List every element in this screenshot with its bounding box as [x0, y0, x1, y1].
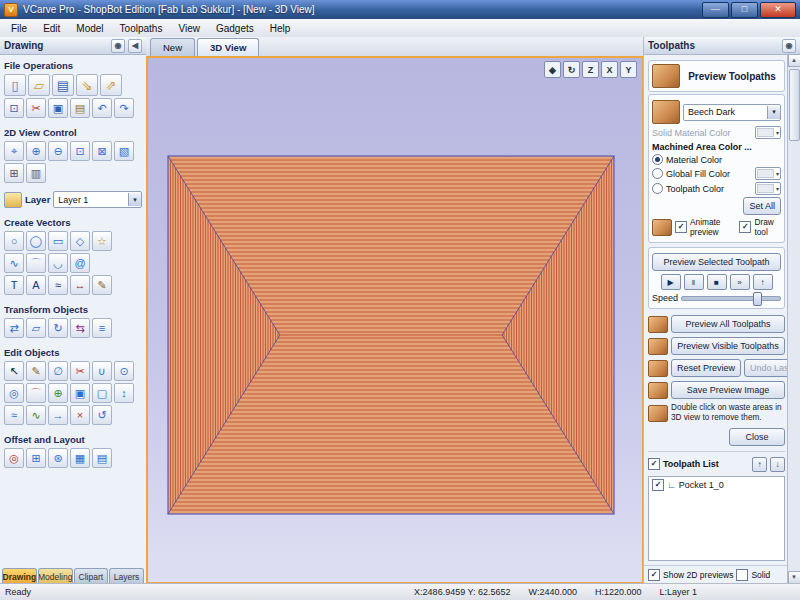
ungroup-icon[interactable]: ▢	[92, 383, 112, 403]
reset-preview-button[interactable]: Reset Preview	[671, 359, 741, 377]
menu-item[interactable]: Help	[262, 21, 299, 36]
draw-polygon-icon[interactable]: ◇	[70, 231, 90, 251]
layer-select[interactable]: Layer 1 ▾	[53, 191, 142, 208]
import-vectors-icon[interactable]: ⇘	[76, 74, 98, 96]
layout-icon[interactable]: ▤	[92, 448, 112, 468]
show-2d-previews-checkbox[interactable]: ✓	[648, 569, 660, 581]
group-icon[interactable]: ▣	[70, 383, 90, 403]
move-toolpath-up-button[interactable]: ↑	[752, 457, 767, 472]
tab-new[interactable]: New	[150, 38, 195, 56]
fit-curve-icon[interactable]: ≈	[4, 405, 24, 425]
chevron-down-icon[interactable]: ▾	[128, 193, 141, 206]
close-button[interactable]: ✕	[760, 2, 796, 18]
extend-icon[interactable]: →	[48, 405, 68, 425]
new-file-icon[interactable]: ▯	[4, 74, 26, 96]
draw-polyline-icon[interactable]: ∿	[4, 253, 24, 273]
global-fill-color-swatch[interactable]: ▾	[755, 167, 781, 180]
toolpath-visible-checkbox[interactable]: ✓	[652, 479, 664, 491]
circular-array-icon[interactable]: ⊛	[48, 448, 68, 468]
set-size-icon[interactable]: ▱	[26, 318, 46, 338]
snap-icon[interactable]: ⊙	[114, 361, 134, 381]
break-icon[interactable]: ×	[70, 405, 90, 425]
speed-slider-thumb[interactable]	[753, 292, 762, 306]
grid-icon[interactable]: ⊞	[4, 163, 24, 183]
pin-icon[interactable]: ◉	[111, 39, 125, 53]
minimize-button[interactable]: —	[702, 2, 729, 18]
x-axis-view-icon[interactable]: X	[601, 61, 618, 78]
material-select[interactable]: Beech Dark ▾	[683, 104, 781, 121]
pan-icon[interactable]: ⌖	[4, 141, 24, 161]
mirror-icon[interactable]: ⇆	[70, 318, 90, 338]
pin-icon[interactable]: ◉	[782, 39, 796, 53]
redo-icon[interactable]: ↷	[114, 98, 134, 118]
draw-tool-checkbox[interactable]: ✓	[739, 221, 751, 233]
collapse-panel-icon[interactable]: ◀	[128, 39, 142, 53]
menu-item[interactable]: View	[170, 21, 208, 36]
text-on-curve-icon[interactable]: ≈	[48, 275, 68, 295]
menu-item[interactable]: Gadgets	[208, 21, 262, 36]
menu-item[interactable]: Toolpaths	[112, 21, 171, 36]
zoom-window-icon[interactable]: ⊡	[70, 141, 90, 161]
set-all-button[interactable]: Set All	[743, 197, 781, 215]
draw-spiral-icon[interactable]: @	[70, 253, 90, 273]
auto-layout-text-icon[interactable]: A	[26, 275, 46, 295]
offset-contour-icon[interactable]: ◎	[4, 448, 24, 468]
pause-button[interactable]: ‖	[684, 274, 704, 290]
draw-star-icon[interactable]: ☆	[92, 231, 112, 251]
scrollbar-thumb[interactable]	[789, 69, 800, 141]
restart-button[interactable]: ↑	[753, 274, 773, 290]
array-copy-icon[interactable]: ⊞	[26, 448, 46, 468]
save-preview-image-button[interactable]: Save Preview Image	[671, 381, 785, 399]
panel-tab[interactable]: Layers	[109, 568, 144, 584]
panel-tab[interactable]: Drawing	[2, 568, 37, 584]
toolpaths-scrollbar[interactable]: ▲ ▼	[787, 54, 800, 584]
skip-button[interactable]: »	[730, 274, 750, 290]
preview-selected-toolpath-button[interactable]: Preview Selected Toolpath	[652, 253, 781, 271]
measure-icon[interactable]: ∅	[48, 361, 68, 381]
copy-icon[interactable]: ▣	[48, 98, 68, 118]
trim-icon[interactable]: ✂	[70, 361, 90, 381]
fillet-icon[interactable]: ⌒	[26, 383, 46, 403]
export-vectors-icon[interactable]: ⇗	[100, 74, 122, 96]
draw-arc-icon[interactable]: ◡	[48, 253, 68, 273]
node-edit-icon[interactable]: ✎	[26, 361, 46, 381]
play-button[interactable]: ▶	[661, 274, 681, 290]
draw-text-icon[interactable]: T	[4, 275, 24, 295]
edit-text-icon[interactable]: ✎	[92, 275, 112, 295]
preview-all-toolpaths-button[interactable]: Preview All Toolpaths	[671, 315, 785, 333]
zoom-out-icon[interactable]: ⊖	[48, 141, 68, 161]
draw-bezier-icon[interactable]: ⌒	[26, 253, 46, 273]
close-preview-button[interactable]: Close	[729, 428, 785, 446]
align-icon[interactable]: ≡	[92, 318, 112, 338]
offset-icon[interactable]: ◎	[4, 383, 24, 403]
move-icon[interactable]: ⇄	[4, 318, 24, 338]
nesting-icon[interactable]: ▦	[70, 448, 90, 468]
panel-tab[interactable]: Clipart	[74, 568, 109, 584]
z-axis-view-icon[interactable]: Z	[582, 61, 599, 78]
toolpath-list-checkbox[interactable]: ✓	[648, 458, 660, 470]
zoom-extents-icon[interactable]: ⊠	[92, 141, 112, 161]
dimension-icon[interactable]: ↔	[70, 275, 90, 295]
stop-button[interactable]: ■	[707, 274, 727, 290]
select-icon[interactable]: ↖	[4, 361, 24, 381]
undo-icon[interactable]: ↶	[92, 98, 112, 118]
panel-tab[interactable]: Modeling	[38, 568, 73, 584]
switch-view-icon[interactable]: ▥	[26, 163, 46, 183]
global-fill-color-radio[interactable]	[652, 168, 663, 179]
rotate-view-icon[interactable]: ↻	[563, 61, 580, 78]
draw-ellipse-icon[interactable]: ◯	[26, 231, 46, 251]
weld-icon[interactable]: ⊕	[48, 383, 68, 403]
y-axis-view-icon[interactable]: Y	[620, 61, 637, 78]
menu-item[interactable]: File	[3, 21, 35, 36]
solid-checkbox[interactable]	[736, 569, 748, 581]
draw-circle-icon[interactable]: ○	[4, 231, 24, 251]
join-icon[interactable]: ∪	[92, 361, 112, 381]
stretch-icon[interactable]: ↕	[114, 383, 134, 403]
preview-visible-toolpaths-button[interactable]: Preview Visible Toolpaths	[671, 337, 785, 355]
scroll-up-icon[interactable]: ▲	[788, 54, 800, 67]
rotate-icon[interactable]: ↻	[48, 318, 68, 338]
zoom-in-icon[interactable]: ⊕	[26, 141, 46, 161]
save-file-icon[interactable]: ▤	[52, 74, 74, 96]
menu-item[interactable]: Model	[68, 21, 111, 36]
reverse-icon[interactable]: ↺	[92, 405, 112, 425]
